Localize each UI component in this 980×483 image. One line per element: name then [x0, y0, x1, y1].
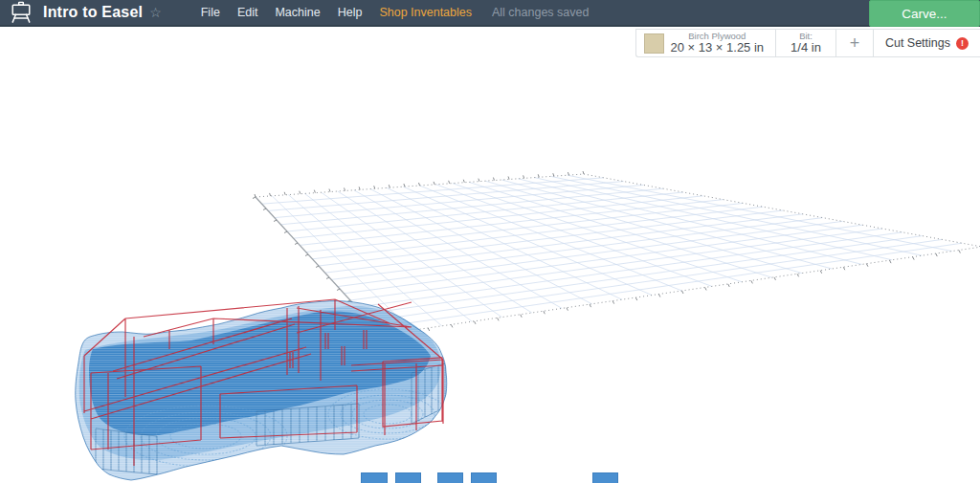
menu-machine[interactable]: Machine	[266, 6, 328, 19]
preview-button-5[interactable]	[592, 472, 618, 483]
easel-icon	[10, 1, 33, 24]
bit-selector[interactable]: Bit: 1/4 in	[775, 30, 835, 56]
navbar: Intro to Easel ☆ File Edit Machine Help …	[0, 0, 980, 27]
menu-shop-inventables[interactable]: Shop Inventables	[370, 6, 480, 19]
bit-value: 1/4 in	[791, 41, 821, 55]
preview-button-1[interactable]	[361, 472, 388, 483]
add-bit-button[interactable]: +	[835, 30, 873, 56]
preview-button-4[interactable]	[471, 472, 497, 483]
menu-edit[interactable]: Edit	[229, 6, 267, 19]
warning-icon: !	[956, 37, 969, 50]
material-selector[interactable]: Birch Plywood 20 × 13 × 1.25 in	[636, 30, 776, 56]
material-panel: Birch Plywood 20 × 13 × 1.25 in Bit: 1/4…	[635, 29, 980, 57]
main-menu: File Edit Machine Help Shop Inventables	[192, 6, 480, 19]
preview-button-3[interactable]	[437, 472, 463, 483]
project-title[interactable]: Intro to Easel	[43, 4, 143, 21]
easel-logo-icon[interactable]	[8, 0, 33, 25]
favorite-star-icon[interactable]: ☆	[149, 6, 162, 19]
save-status: All changes saved	[492, 6, 589, 19]
cut-settings-button[interactable]: Cut Settings !	[873, 30, 980, 56]
preview-viewport-3d[interactable]	[0, 27, 980, 483]
material-swatch	[644, 33, 664, 54]
menu-help[interactable]: Help	[329, 6, 371, 19]
material-dimensions: 20 × 13 × 1.25 in	[671, 41, 765, 55]
carve-button[interactable]: Carve...	[869, 0, 980, 27]
cut-settings-label: Cut Settings	[885, 36, 950, 50]
preview-button-2[interactable]	[395, 472, 421, 483]
preview-canvas: Birch Plywood 20 × 13 × 1.25 in Bit: 1/4…	[0, 27, 980, 483]
menu-file[interactable]: File	[192, 6, 229, 19]
